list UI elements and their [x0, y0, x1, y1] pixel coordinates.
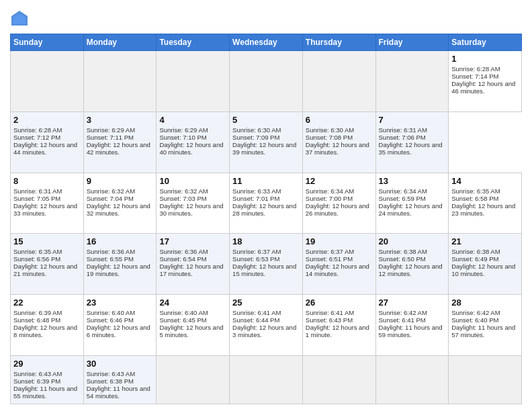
calendar-cell: 7Sunrise: 6:31 AMSunset: 7:06 PMDaylight…: [375, 111, 449, 173]
sunset-text: Sunset: 7:09 PM: [232, 134, 300, 141]
sunrise-text: Sunrise: 6:36 AM: [159, 248, 226, 255]
sunset-text: Sunset: 7:04 PM: [87, 195, 154, 202]
daylight-text: Daylight: 12 hours and 35 minutes.: [379, 141, 446, 156]
daylight-text: Daylight: 11 hours and 54 minutes.: [87, 385, 154, 400]
sunset-text: Sunset: 7:12 PM: [13, 134, 81, 141]
sunset-text: Sunset: 7:00 PM: [306, 195, 373, 202]
sunrise-text: Sunrise: 6:31 AM: [13, 187, 81, 195]
calendar-cell: 18Sunrise: 6:37 AMSunset: 6:53 PMDayligh…: [230, 234, 303, 295]
sunrise-text: Sunrise: 6:29 AM: [87, 126, 154, 134]
calendar-cell: 12Sunrise: 6:34 AMSunset: 7:00 PMDayligh…: [302, 173, 375, 234]
calendar-cell: 8Sunrise: 6:31 AMSunset: 7:05 PMDaylight…: [11, 173, 84, 234]
daylight-text: Daylight: 12 hours and 6 minutes.: [87, 324, 154, 338]
daylight-text: Daylight: 12 hours and 8 minutes.: [13, 324, 81, 338]
sunset-text: Sunset: 6:55 PM: [87, 255, 154, 263]
daylight-text: Daylight: 12 hours and 12 minutes.: [379, 263, 446, 277]
day-number: 14: [451, 176, 519, 186]
daylight-text: Daylight: 12 hours and 10 minutes.: [451, 263, 519, 277]
sunrise-text: Sunrise: 6:36 AM: [87, 248, 154, 255]
day-number: 2: [13, 115, 81, 125]
calendar-cell: 28Sunrise: 6:42 AMSunset: 6:40 PMDayligh…: [449, 295, 522, 356]
day-number: 22: [13, 298, 81, 308]
sunrise-text: Sunrise: 6:33 AM: [232, 187, 300, 195]
daylight-text: Daylight: 12 hours and 26 minutes.: [306, 202, 373, 217]
header: [10, 7, 522, 28]
daylight-text: Daylight: 12 hours and 14 minutes.: [306, 263, 373, 277]
sunset-text: Sunset: 6:43 PM: [306, 316, 373, 324]
sunset-text: Sunset: 7:08 PM: [306, 134, 373, 141]
sunrise-text: Sunrise: 6:28 AM: [451, 65, 519, 73]
day-number: 17: [159, 236, 226, 246]
day-number: 8: [13, 176, 81, 186]
day-header-saturday: Saturday: [449, 34, 522, 51]
daylight-text: Daylight: 12 hours and 19 minutes.: [87, 263, 154, 277]
day-number: 19: [306, 236, 373, 246]
day-header-monday: Monday: [83, 34, 157, 51]
calendar-cell: 26Sunrise: 6:41 AMSunset: 6:43 PMDayligh…: [302, 295, 375, 356]
logo: [10, 9, 32, 28]
calendar-cell: 19Sunrise: 6:37 AMSunset: 6:51 PMDayligh…: [302, 234, 375, 295]
calendar-cell: 25Sunrise: 6:41 AMSunset: 6:44 PMDayligh…: [230, 295, 303, 356]
calendar-week-3: 8Sunrise: 6:31 AMSunset: 7:05 PMDaylight…: [11, 173, 522, 234]
day-number: 15: [13, 236, 81, 246]
sunset-text: Sunset: 6:50 PM: [379, 255, 446, 263]
sunrise-text: Sunrise: 6:29 AM: [159, 126, 226, 134]
day-number: 25: [232, 298, 300, 308]
sunset-text: Sunset: 6:53 PM: [232, 255, 300, 263]
daylight-text: Daylight: 12 hours and 39 minutes.: [232, 141, 300, 156]
sunrise-text: Sunrise: 6:41 AM: [232, 309, 300, 316]
day-number: 3: [87, 115, 154, 125]
day-number: 11: [232, 176, 300, 186]
sunset-text: Sunset: 6:40 PM: [451, 316, 519, 324]
sunset-text: Sunset: 7:01 PM: [232, 195, 300, 202]
daylight-text: Daylight: 12 hours and 44 minutes.: [13, 141, 81, 156]
daylight-text: Daylight: 12 hours and 3 minutes.: [232, 324, 300, 338]
sunrise-text: Sunrise: 6:37 AM: [232, 248, 300, 255]
daylight-text: Daylight: 11 hours and 59 minutes.: [379, 324, 446, 338]
calendar-cell: 15Sunrise: 6:35 AMSunset: 6:56 PMDayligh…: [11, 234, 84, 295]
calendar: SundayMondayTuesdayWednesdayThursdayFrid…: [10, 34, 522, 404]
day-header-friday: Friday: [375, 34, 449, 51]
day-number: 26: [306, 298, 373, 308]
day-number: 30: [87, 359, 154, 369]
day-header-wednesday: Wednesday: [230, 34, 303, 51]
daylight-text: Daylight: 12 hours and 37 minutes.: [306, 141, 373, 156]
calendar-cell: [11, 51, 84, 112]
sunrise-text: Sunrise: 6:42 AM: [451, 309, 519, 316]
calendar-cell: [302, 51, 375, 112]
day-number: 1: [451, 54, 519, 64]
sunrise-text: Sunrise: 6:34 AM: [379, 187, 446, 195]
calendar-week-1: 1Sunrise: 6:28 AMSunset: 7:14 PMDaylight…: [11, 51, 522, 112]
calendar-cell: [230, 51, 303, 112]
day-number: 29: [13, 359, 81, 369]
sunrise-text: Sunrise: 6:42 AM: [379, 309, 446, 316]
calendar-cell: 9Sunrise: 6:32 AMSunset: 7:04 PMDaylight…: [83, 173, 157, 234]
sunrise-text: Sunrise: 6:40 AM: [159, 309, 226, 316]
sunset-text: Sunset: 7:03 PM: [159, 195, 226, 202]
calendar-cell: 24Sunrise: 6:40 AMSunset: 6:45 PMDayligh…: [157, 295, 230, 356]
calendar-cell: [375, 355, 449, 404]
sunset-text: Sunset: 6:54 PM: [159, 255, 226, 263]
day-number: 4: [159, 115, 226, 125]
calendar-cell: 23Sunrise: 6:40 AMSunset: 6:46 PMDayligh…: [83, 295, 157, 356]
daylight-text: Daylight: 12 hours and 30 minutes.: [159, 202, 226, 217]
daylight-text: Daylight: 11 hours and 55 minutes.: [13, 385, 81, 400]
daylight-text: Daylight: 12 hours and 15 minutes.: [232, 263, 300, 277]
page: SundayMondayTuesdayWednesdayThursdayFrid…: [0, 0, 532, 411]
sunrise-text: Sunrise: 6:30 AM: [232, 126, 300, 134]
sunset-text: Sunset: 7:14 PM: [451, 73, 519, 80]
daylight-text: Daylight: 12 hours and 5 minutes.: [159, 324, 226, 338]
sunset-text: Sunset: 6:38 PM: [87, 377, 154, 385]
sunset-text: Sunset: 6:49 PM: [451, 255, 519, 263]
day-number: 27: [379, 298, 446, 308]
sunrise-text: Sunrise: 6:32 AM: [87, 187, 154, 195]
day-header-tuesday: Tuesday: [157, 34, 230, 51]
calendar-cell: 21Sunrise: 6:38 AMSunset: 6:49 PMDayligh…: [449, 234, 522, 295]
logo-icon: [10, 9, 29, 28]
day-number: 18: [232, 236, 300, 246]
daylight-text: Daylight: 12 hours and 28 minutes.: [232, 202, 300, 217]
day-number: 12: [306, 176, 373, 186]
daylight-text: Daylight: 12 hours and 21 minutes.: [13, 263, 81, 277]
sunrise-text: Sunrise: 6:34 AM: [306, 187, 373, 195]
day-number: 24: [159, 298, 226, 308]
